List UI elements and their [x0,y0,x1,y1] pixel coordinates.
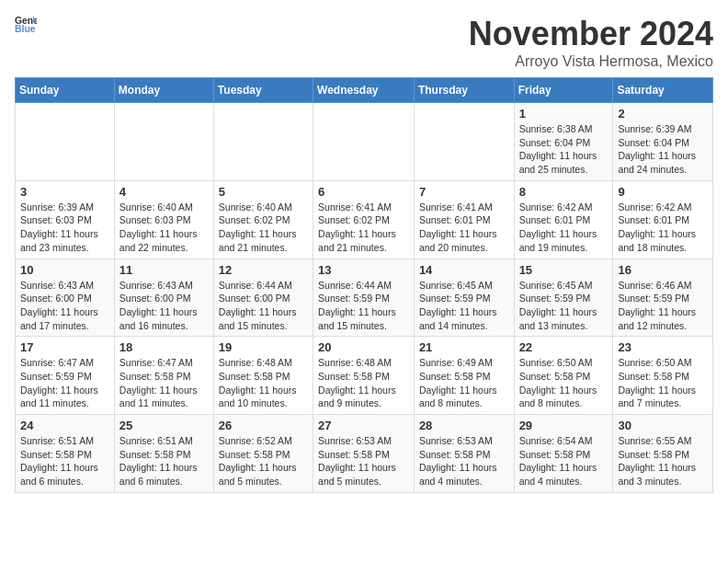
calendar-cell: 12Sunrise: 6:44 AM Sunset: 6:00 PM Dayli… [213,259,313,337]
day-number: 10 [20,263,109,277]
day-detail: Sunrise: 6:50 AM Sunset: 5:58 PM Dayligh… [519,356,609,410]
day-number: 21 [419,340,509,354]
calendar-cell: 18Sunrise: 6:47 AM Sunset: 5:58 PM Dayli… [114,337,213,415]
day-detail: Sunrise: 6:53 AM Sunset: 5:58 PM Dayligh… [419,434,509,488]
month-title: November 2024 [469,15,713,53]
calendar-cell: 14Sunrise: 6:45 AM Sunset: 5:59 PM Dayli… [414,259,514,337]
calendar-cell: 10Sunrise: 6:43 AM Sunset: 6:00 PM Dayli… [16,259,115,337]
day-detail: Sunrise: 6:52 AM Sunset: 5:58 PM Dayligh… [219,434,308,488]
weekday-header: Sunday [16,78,115,103]
day-number: 5 [219,185,308,199]
weekday-header: Saturday [613,78,713,103]
calendar-cell: 17Sunrise: 6:47 AM Sunset: 5:59 PM Dayli… [16,337,115,415]
day-number: 8 [519,185,609,199]
title-block: November 2024 Arroyo Vista Hermosa, Mexi… [469,15,713,70]
calendar-cell: 27Sunrise: 6:53 AM Sunset: 5:58 PM Dayli… [313,415,415,493]
calendar-cell: 30Sunrise: 6:55 AM Sunset: 5:58 PM Dayli… [613,415,713,493]
day-detail: Sunrise: 6:51 AM Sunset: 5:58 PM Dayligh… [20,434,109,488]
calendar-cell: 5Sunrise: 6:40 AM Sunset: 6:02 PM Daylig… [213,180,313,259]
day-number: 15 [519,263,609,277]
calendar-cell: 4Sunrise: 6:40 AM Sunset: 6:03 PM Daylig… [114,180,213,259]
calendar-cell: 28Sunrise: 6:53 AM Sunset: 5:58 PM Dayli… [414,415,514,493]
day-number: 7 [419,185,509,199]
day-number: 4 [119,185,209,199]
calendar-cell [313,103,415,181]
day-number: 28 [419,419,509,432]
weekday-header-row: SundayMondayTuesdayWednesdayThursdayFrid… [16,78,713,103]
day-number: 19 [219,340,308,354]
calendar-cell [414,103,514,181]
calendar-cell: 29Sunrise: 6:54 AM Sunset: 5:58 PM Dayli… [514,415,613,493]
day-number: 11 [119,263,209,277]
day-detail: Sunrise: 6:47 AM Sunset: 5:58 PM Dayligh… [119,356,209,410]
day-detail: Sunrise: 6:44 AM Sunset: 5:59 PM Dayligh… [318,279,409,333]
day-detail: Sunrise: 6:43 AM Sunset: 6:00 PM Dayligh… [119,279,209,333]
weekday-header: Monday [114,78,213,103]
calendar-week-row: 24Sunrise: 6:51 AM Sunset: 5:58 PM Dayli… [16,415,713,493]
calendar-cell [16,103,115,181]
day-number: 3 [20,185,109,199]
day-number: 20 [318,340,409,354]
calendar-week-row: 3Sunrise: 6:39 AM Sunset: 6:03 PM Daylig… [16,180,713,259]
calendar-week-row: 1Sunrise: 6:38 AM Sunset: 6:04 PM Daylig… [16,103,713,181]
day-number: 29 [519,419,609,432]
day-number: 16 [618,263,708,277]
calendar-cell: 22Sunrise: 6:50 AM Sunset: 5:58 PM Dayli… [514,337,613,415]
day-detail: Sunrise: 6:48 AM Sunset: 5:58 PM Dayligh… [318,356,409,410]
day-number: 13 [318,263,409,277]
calendar-cell: 9Sunrise: 6:42 AM Sunset: 6:01 PM Daylig… [613,180,713,259]
logo: General Blue [15,15,37,33]
day-number: 17 [20,340,109,354]
svg-text:Blue: Blue [15,24,36,33]
calendar-cell: 15Sunrise: 6:45 AM Sunset: 5:59 PM Dayli… [514,259,613,337]
calendar-cell: 25Sunrise: 6:51 AM Sunset: 5:58 PM Dayli… [114,415,213,493]
day-number: 2 [618,107,708,121]
calendar-cell: 3Sunrise: 6:39 AM Sunset: 6:03 PM Daylig… [16,180,115,259]
day-detail: Sunrise: 6:39 AM Sunset: 6:04 PM Dayligh… [618,122,708,177]
day-number: 26 [219,419,308,432]
calendar-cell: 6Sunrise: 6:41 AM Sunset: 6:02 PM Daylig… [313,180,415,259]
day-number: 30 [618,419,708,432]
calendar-cell: 20Sunrise: 6:48 AM Sunset: 5:58 PM Dayli… [313,337,415,415]
day-detail: Sunrise: 6:41 AM Sunset: 6:01 PM Dayligh… [419,201,509,255]
day-number: 18 [119,340,209,354]
weekday-header: Thursday [414,78,514,103]
day-detail: Sunrise: 6:53 AM Sunset: 5:58 PM Dayligh… [318,434,409,488]
day-detail: Sunrise: 6:49 AM Sunset: 5:58 PM Dayligh… [419,356,509,410]
calendar-cell: 21Sunrise: 6:49 AM Sunset: 5:58 PM Dayli… [414,337,514,415]
calendar-cell: 23Sunrise: 6:50 AM Sunset: 5:58 PM Dayli… [613,337,713,415]
location-title: Arroyo Vista Hermosa, Mexico [469,53,713,70]
calendar-cell: 11Sunrise: 6:43 AM Sunset: 6:00 PM Dayli… [114,259,213,337]
day-detail: Sunrise: 6:48 AM Sunset: 5:58 PM Dayligh… [219,356,308,410]
day-detail: Sunrise: 6:45 AM Sunset: 5:59 PM Dayligh… [419,279,509,333]
day-detail: Sunrise: 6:41 AM Sunset: 6:02 PM Dayligh… [318,201,409,255]
calendar-cell [114,103,213,181]
calendar-cell: 13Sunrise: 6:44 AM Sunset: 5:59 PM Dayli… [313,259,415,337]
day-detail: Sunrise: 6:46 AM Sunset: 5:59 PM Dayligh… [618,279,708,333]
day-detail: Sunrise: 6:44 AM Sunset: 6:00 PM Dayligh… [219,279,308,333]
calendar-cell: 1Sunrise: 6:38 AM Sunset: 6:04 PM Daylig… [514,103,613,181]
calendar-cell: 7Sunrise: 6:41 AM Sunset: 6:01 PM Daylig… [414,180,514,259]
calendar: SundayMondayTuesdayWednesdayThursdayFrid… [15,77,713,493]
day-number: 25 [119,419,209,432]
day-number: 6 [318,185,409,199]
day-detail: Sunrise: 6:47 AM Sunset: 5:59 PM Dayligh… [20,356,109,410]
day-detail: Sunrise: 6:50 AM Sunset: 5:58 PM Dayligh… [618,356,708,410]
day-number: 1 [519,107,609,121]
calendar-cell: 24Sunrise: 6:51 AM Sunset: 5:58 PM Dayli… [16,415,115,493]
calendar-cell: 8Sunrise: 6:42 AM Sunset: 6:01 PM Daylig… [514,180,613,259]
day-number: 23 [618,340,708,354]
day-number: 12 [219,263,308,277]
day-number: 14 [419,263,509,277]
calendar-week-row: 10Sunrise: 6:43 AM Sunset: 6:00 PM Dayli… [16,259,713,337]
calendar-week-row: 17Sunrise: 6:47 AM Sunset: 5:59 PM Dayli… [16,337,713,415]
calendar-cell: 2Sunrise: 6:39 AM Sunset: 6:04 PM Daylig… [613,103,713,181]
day-detail: Sunrise: 6:42 AM Sunset: 6:01 PM Dayligh… [519,201,609,255]
day-detail: Sunrise: 6:42 AM Sunset: 6:01 PM Dayligh… [618,201,708,255]
logo-icon: General Blue [15,15,37,33]
day-detail: Sunrise: 6:40 AM Sunset: 6:03 PM Dayligh… [119,201,209,255]
weekday-header: Wednesday [313,78,415,103]
day-number: 24 [20,419,109,432]
calendar-cell: 26Sunrise: 6:52 AM Sunset: 5:58 PM Dayli… [213,415,313,493]
day-detail: Sunrise: 6:55 AM Sunset: 5:58 PM Dayligh… [618,434,708,488]
